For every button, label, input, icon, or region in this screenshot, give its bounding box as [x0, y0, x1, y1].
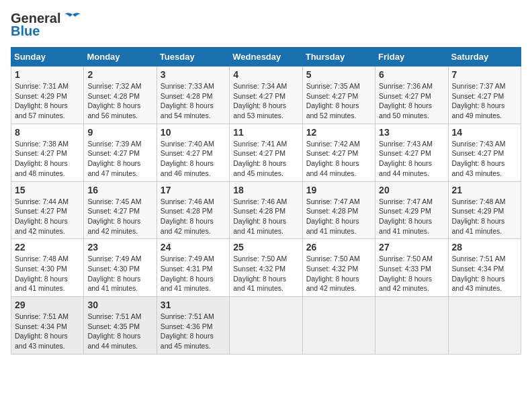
- day-info: Sunrise: 7:47 AMSunset: 4:28 PMDaylight:…: [306, 197, 371, 236]
- day-info: Sunrise: 7:50 AMSunset: 4:33 PMDaylight:…: [379, 254, 444, 293]
- calendar-cell: 26Sunrise: 7:50 AMSunset: 4:32 PMDayligh…: [302, 239, 375, 297]
- day-number: 5: [306, 69, 371, 80]
- day-info: Sunrise: 7:46 AMSunset: 4:28 PMDaylight:…: [233, 197, 298, 236]
- calendar-cell: [448, 297, 521, 355]
- calendar-cell: 16Sunrise: 7:45 AMSunset: 4:27 PMDayligh…: [84, 181, 157, 239]
- weekday-header-wednesday: Wednesday: [230, 48, 302, 66]
- day-info: Sunrise: 7:34 AMSunset: 4:27 PMDaylight:…: [233, 81, 298, 121]
- day-info: Sunrise: 7:43 AMSunset: 4:27 PMDaylight:…: [379, 139, 444, 179]
- day-number: 1: [15, 69, 80, 80]
- day-number: 2: [87, 69, 152, 80]
- day-info: Sunrise: 7:41 AMSunset: 4:27 PMDaylight:…: [233, 139, 298, 179]
- day-number: 28: [452, 242, 517, 253]
- calendar-week-row: 15Sunrise: 7:44 AMSunset: 4:27 PMDayligh…: [11, 181, 521, 239]
- day-number: 26: [306, 242, 371, 253]
- calendar-cell: 22Sunrise: 7:48 AMSunset: 4:30 PMDayligh…: [11, 239, 84, 297]
- calendar-cell: 28Sunrise: 7:51 AMSunset: 4:34 PMDayligh…: [448, 239, 521, 297]
- calendar-week-row: 1Sunrise: 7:31 AMSunset: 4:29 PMDaylight…: [11, 66, 521, 124]
- day-info: Sunrise: 7:36 AMSunset: 4:27 PMDaylight:…: [379, 81, 444, 121]
- calendar-cell: 17Sunrise: 7:46 AMSunset: 4:28 PMDayligh…: [157, 181, 229, 239]
- day-number: 3: [161, 69, 226, 80]
- calendar-cell: 19Sunrise: 7:47 AMSunset: 4:28 PMDayligh…: [302, 181, 375, 239]
- calendar-cell: 8Sunrise: 7:38 AMSunset: 4:27 PMDaylight…: [11, 124, 84, 181]
- day-number: 10: [161, 127, 226, 138]
- calendar-week-row: 8Sunrise: 7:38 AMSunset: 4:27 PMDaylight…: [11, 124, 521, 181]
- day-info: Sunrise: 7:37 AMSunset: 4:27 PMDaylight:…: [452, 81, 517, 121]
- day-info: Sunrise: 7:44 AMSunset: 4:27 PMDaylight:…: [15, 197, 80, 236]
- calendar-cell: 23Sunrise: 7:49 AMSunset: 4:30 PMDayligh…: [84, 239, 157, 297]
- weekday-header-monday: Monday: [84, 48, 157, 66]
- calendar-cell: [375, 297, 448, 355]
- day-number: 15: [15, 185, 80, 195]
- day-info: Sunrise: 7:43 AMSunset: 4:27 PMDaylight:…: [452, 139, 517, 179]
- day-number: 22: [15, 242, 80, 253]
- calendar-cell: 10Sunrise: 7:40 AMSunset: 4:27 PMDayligh…: [157, 124, 229, 181]
- calendar-cell: 2Sunrise: 7:32 AMSunset: 4:28 PMDaylight…: [84, 66, 157, 124]
- calendar-cell: [302, 297, 375, 355]
- day-number: 11: [233, 127, 298, 138]
- logo: General Blue: [11, 11, 82, 39]
- calendar-cell: 9Sunrise: 7:39 AMSunset: 4:27 PMDaylight…: [84, 124, 157, 181]
- logo-blue-text: Blue: [11, 24, 40, 39]
- calendar-cell: 21Sunrise: 7:48 AMSunset: 4:29 PMDayligh…: [448, 181, 521, 239]
- day-number: 29: [15, 300, 80, 310]
- calendar-cell: 5Sunrise: 7:35 AMSunset: 4:27 PMDaylight…: [302, 66, 375, 124]
- calendar-table: SundayMondayTuesdayWednesdayThursdayFrid…: [11, 47, 521, 355]
- calendar-cell: 25Sunrise: 7:50 AMSunset: 4:32 PMDayligh…: [230, 239, 302, 297]
- day-info: Sunrise: 7:33 AMSunset: 4:28 PMDaylight:…: [161, 81, 226, 121]
- calendar-cell: 29Sunrise: 7:51 AMSunset: 4:34 PMDayligh…: [11, 297, 84, 355]
- calendar-cell: 12Sunrise: 7:42 AMSunset: 4:27 PMDayligh…: [302, 124, 375, 181]
- calendar-cell: 27Sunrise: 7:50 AMSunset: 4:33 PMDayligh…: [375, 239, 448, 297]
- day-number: 30: [87, 300, 152, 310]
- day-number: 7: [452, 69, 517, 80]
- calendar-cell: 18Sunrise: 7:46 AMSunset: 4:28 PMDayligh…: [230, 181, 302, 239]
- day-info: Sunrise: 7:50 AMSunset: 4:32 PMDaylight:…: [306, 254, 371, 293]
- calendar-cell: [230, 297, 302, 355]
- weekday-header-thursday: Thursday: [302, 48, 375, 66]
- calendar-cell: 30Sunrise: 7:51 AMSunset: 4:35 PMDayligh…: [84, 297, 157, 355]
- day-info: Sunrise: 7:47 AMSunset: 4:29 PMDaylight:…: [379, 197, 444, 236]
- day-number: 25: [233, 242, 298, 253]
- day-info: Sunrise: 7:49 AMSunset: 4:30 PMDaylight:…: [87, 254, 152, 293]
- day-info: Sunrise: 7:48 AMSunset: 4:30 PMDaylight:…: [15, 254, 80, 293]
- calendar-cell: 4Sunrise: 7:34 AMSunset: 4:27 PMDaylight…: [230, 66, 302, 124]
- day-info: Sunrise: 7:50 AMSunset: 4:32 PMDaylight:…: [233, 254, 298, 293]
- day-number: 13: [379, 127, 444, 138]
- day-info: Sunrise: 7:51 AMSunset: 4:34 PMDaylight:…: [15, 312, 80, 351]
- day-number: 19: [306, 185, 371, 195]
- weekday-header-tuesday: Tuesday: [157, 48, 229, 66]
- day-number: 21: [452, 185, 517, 195]
- calendar-cell: 1Sunrise: 7:31 AMSunset: 4:29 PMDaylight…: [11, 66, 84, 124]
- calendar-cell: 6Sunrise: 7:36 AMSunset: 4:27 PMDaylight…: [375, 66, 448, 124]
- day-number: 14: [452, 127, 517, 138]
- day-info: Sunrise: 7:38 AMSunset: 4:27 PMDaylight:…: [15, 139, 80, 179]
- day-number: 9: [87, 127, 152, 138]
- day-number: 16: [87, 185, 152, 195]
- calendar-cell: 20Sunrise: 7:47 AMSunset: 4:29 PMDayligh…: [375, 181, 448, 239]
- calendar-week-row: 22Sunrise: 7:48 AMSunset: 4:30 PMDayligh…: [11, 239, 521, 297]
- day-info: Sunrise: 7:31 AMSunset: 4:29 PMDaylight:…: [15, 81, 80, 121]
- day-number: 17: [161, 185, 226, 195]
- weekday-header-friday: Friday: [375, 48, 448, 66]
- calendar-cell: 31Sunrise: 7:51 AMSunset: 4:36 PMDayligh…: [157, 297, 229, 355]
- calendar-cell: 3Sunrise: 7:33 AMSunset: 4:28 PMDaylight…: [157, 66, 229, 124]
- day-info: Sunrise: 7:51 AMSunset: 4:35 PMDaylight:…: [87, 312, 152, 351]
- day-info: Sunrise: 7:46 AMSunset: 4:28 PMDaylight:…: [161, 197, 226, 236]
- day-info: Sunrise: 7:51 AMSunset: 4:36 PMDaylight:…: [161, 312, 226, 351]
- day-info: Sunrise: 7:40 AMSunset: 4:27 PMDaylight:…: [161, 139, 226, 179]
- page-header: General Blue: [11, 11, 521, 39]
- day-number: 6: [379, 69, 444, 80]
- day-number: 18: [233, 185, 298, 195]
- day-number: 31: [161, 300, 226, 310]
- calendar-week-row: 29Sunrise: 7:51 AMSunset: 4:34 PMDayligh…: [11, 297, 521, 355]
- day-info: Sunrise: 7:35 AMSunset: 4:27 PMDaylight:…: [306, 81, 371, 121]
- day-info: Sunrise: 7:49 AMSunset: 4:31 PMDaylight:…: [161, 254, 226, 293]
- calendar-cell: 24Sunrise: 7:49 AMSunset: 4:31 PMDayligh…: [157, 239, 229, 297]
- calendar-cell: 11Sunrise: 7:41 AMSunset: 4:27 PMDayligh…: [230, 124, 302, 181]
- day-info: Sunrise: 7:51 AMSunset: 4:34 PMDaylight:…: [452, 254, 517, 293]
- calendar-header-row: SundayMondayTuesdayWednesdayThursdayFrid…: [11, 48, 521, 66]
- day-info: Sunrise: 7:39 AMSunset: 4:27 PMDaylight:…: [87, 139, 152, 179]
- day-info: Sunrise: 7:48 AMSunset: 4:29 PMDaylight:…: [452, 197, 517, 236]
- day-number: 4: [233, 69, 298, 80]
- calendar-cell: 13Sunrise: 7:43 AMSunset: 4:27 PMDayligh…: [375, 124, 448, 181]
